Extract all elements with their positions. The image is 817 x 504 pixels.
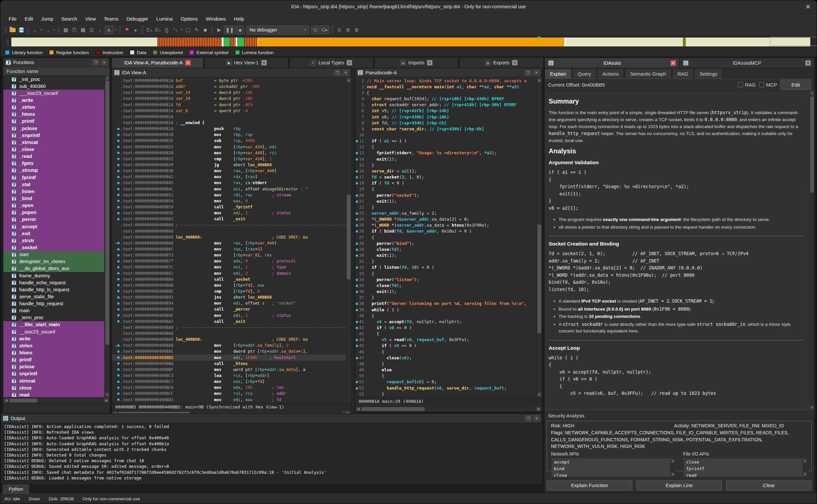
disasm-line[interactable]: .text:0000000000400B3B mov rax, [rbp+var…: [112, 168, 346, 174]
pseudocode-header[interactable]: Pseudocode-A ❐ ✕: [355, 68, 542, 77]
enums-icon[interactable]: ▩: [79, 26, 87, 34]
scroll-up-icon[interactable]: ▲: [537, 78, 542, 83]
pseudocode-line[interactable]: 7 int v6; // [rsp+430h] [rbp-10h]: [355, 114, 537, 120]
pseudocode-line[interactable]: 22 }: [355, 204, 537, 210]
disasm-line[interactable]: .text:0000000000400B7C mov esi, 1 ; type: [112, 264, 346, 270]
function-row[interactable]: f_snprintf: [3, 132, 104, 139]
function-row[interactable]: f_htons: [3, 111, 104, 118]
disasm-line[interactable]: .text:0000000000400BC3 lea rcx, [rbp+add…: [112, 373, 346, 379]
disasm-line[interactable]: .text:0000000000400B68 loc_400B68: ; COD…: [112, 234, 346, 240]
function-row[interactable]: f_read: [3, 153, 104, 160]
function-row[interactable]: f_fprintf: [3, 174, 104, 181]
disasm-line[interactable]: .text:0000000000400BBA call _htons: [112, 361, 346, 367]
toolbar-button[interactable]: ▾: [52, 26, 56, 34]
disasm-line[interactable]: .text:0000000000400BCF mov rsi, rcx ; ad…: [112, 391, 346, 396]
toolbar-button[interactable]: ▾: [180, 26, 183, 34]
file-apis-list[interactable]: closefprintfread▲▼: [683, 458, 807, 477]
api-list-item[interactable]: accept: [554, 459, 672, 466]
function-row[interactable]: fhtons: [3, 349, 104, 356]
function-row[interactable]: fhandle_echo_request: [3, 279, 104, 286]
navband-grip[interactable]: [6, 38, 9, 46]
pseudocode-line[interactable]: 16 serve_dir = a2[1];: [355, 168, 537, 174]
scroll-thumb[interactable]: [810, 97, 814, 192]
tab-close-icon[interactable]: ✕: [671, 60, 676, 66]
view-splitter[interactable]: [351, 68, 355, 417]
pseudo-hscrollbar[interactable]: ◀ ▶: [355, 406, 542, 412]
debugger-select[interactable]: No debugger▾: [247, 26, 309, 35]
pseudocode-line[interactable]: 42 if ( v6 >= 0 ): [355, 324, 537, 330]
disasm-line[interactable]: .text:0000000000400B6F mov rax, [rax+8]: [112, 246, 346, 252]
listbox-scrollbar[interactable]: ▲▼: [803, 458, 807, 477]
scroll-thumb[interactable]: [347, 195, 351, 279]
ida-view-header[interactable]: IDA View-A ❐ ✕: [112, 68, 351, 77]
pseudocode-line[interactable]: 19 {: [355, 186, 537, 192]
pseudocode-line[interactable]: 34 perror("listen");: [355, 276, 537, 282]
disasm-line[interactable]: .text:0000000000400B63 call _exit: [112, 216, 346, 222]
pseudocode-line[interactable]: 51 request_buf[v5] = 0;: [355, 379, 537, 385]
pseudocode-line[interactable]: 12 {: [355, 144, 537, 150]
function-row[interactable]: f__libc_start_main: [3, 321, 104, 328]
pseudocode-line[interactable]: 27 {: [355, 234, 537, 240]
pseudocode-line[interactable]: 40 {: [355, 313, 537, 319]
function-row[interactable]: fderegister_tm_clones: [3, 258, 104, 265]
pseudocode-line[interactable]: 38 printf("Server listening on port %d, …: [355, 301, 537, 307]
disasm-line[interactable]: .text:0000000000400B99 call _perror: [112, 306, 346, 312]
pseudocode-line[interactable]: 24 *(_DWORD *)&server_addr.sa_data[2] = …: [355, 216, 537, 222]
create-data-icon[interactable]: D₊: [154, 26, 162, 34]
disasm-line[interactable]: .text:0000000000400B94 mov edi, offset s…: [112, 300, 346, 306]
pseudocode-line[interactable]: 23 server_addr.sa_family = 2;: [355, 210, 537, 216]
menu-search[interactable]: Search: [58, 15, 81, 23]
disasm-line[interactable]: .text:0000000000400B81 mov edi, 2 ; doma…: [112, 270, 346, 276]
scroll-left-icon[interactable]: ◀: [4, 398, 9, 403]
disasm-line[interactable]: .text:0000000000400B1E sub rsp, 440h: [112, 138, 346, 144]
pseudocode-line[interactable]: 53 }: [355, 391, 537, 397]
run-icon[interactable]: C▸: [320, 26, 329, 34]
pseudocode-line[interactable]: 2void __fastcall __noreturn main(int a1,…: [355, 84, 537, 90]
explain-vscrollbar[interactable]: ▲ ▼: [809, 91, 814, 410]
pseudocode-line[interactable]: 33 {: [355, 270, 537, 276]
structures-icon[interactable]: ▦: [62, 26, 70, 34]
function-row[interactable]: fwrite: [3, 335, 104, 342]
pseudocode-line[interactable]: 50 {: [355, 373, 537, 379]
explain-line-button[interactable]: Explain Line: [636, 480, 722, 490]
forward-icon[interactable]: →: [44, 26, 52, 34]
pseudocode-line[interactable]: 39 while ( 1 ): [355, 307, 537, 313]
menu-lumina[interactable]: Lumina: [153, 15, 176, 23]
disasm-line[interactable]: .text:0000000000400B39 jg short loc_400B…: [112, 162, 346, 168]
scroll-up-icon[interactable]: ▲: [810, 91, 814, 96]
menu-file[interactable]: File: [5, 15, 20, 23]
menu-debugger[interactable]: Debugger: [123, 15, 152, 23]
pseudocode-line[interactable]: 48 }: [355, 361, 537, 367]
disasm-line[interactable]: .text:0000000000400B1A push rbp: [112, 126, 346, 132]
restore-icon[interactable]: ❐: [334, 70, 340, 76]
tab-close-icon[interactable]: ✕: [805, 60, 811, 66]
disasm-line[interactable]: →.text:0000000000400B68 mov rax, [rbp+va…: [112, 240, 346, 246]
pseudocode-line[interactable]: 18 if ( fd < 0 ): [355, 180, 537, 186]
pseudocode-listing[interactable]: 1// Main server loop: binds TCP socket t…: [355, 78, 537, 397]
scroll-right-icon[interactable]: ▶: [536, 407, 541, 411]
disasm-line[interactable]: .text:0000000000400B25 mov [rbp+var_434]…: [112, 144, 346, 150]
close-icon[interactable]: ✕: [533, 70, 539, 76]
pseudocode-line[interactable]: 11 if ( a1 <= 1 ): [355, 138, 537, 144]
function-row[interactable]: f_printf: [3, 118, 104, 125]
menu-edit[interactable]: Edit: [21, 15, 37, 23]
functions-vscrollbar[interactable]: ▲ ▼: [105, 76, 110, 397]
pseudocode-line[interactable]: 29 close(fd);: [355, 246, 537, 252]
disasm-line[interactable]: .text:0000000000400B1A ; __unwind {: [112, 120, 346, 126]
disasm-line[interactable]: .text:0000000000400BA8: [112, 330, 346, 336]
function-row[interactable]: f_init_proc: [3, 76, 104, 83]
tab-local-types[interactable]: 0Local Types✕: [289, 57, 373, 68]
disasm-line[interactable]: .text:0000000000400B1A fd = dword ptr -0…: [112, 102, 346, 108]
pseudocode-line[interactable]: 9 const char *serve_dir; // [rsp+438h] […: [355, 126, 537, 132]
pseudocode-line[interactable]: 41 v6 = accept(fd, nullptr, nullptr);: [355, 319, 537, 324]
window-close-icon[interactable]: ✕: [804, 3, 812, 11]
pseudocode-line[interactable]: 35 close(fd);: [355, 282, 537, 288]
disasm-line[interactable]: .text:0000000000400B4C mov esi, offset a…: [112, 186, 346, 192]
api-list-item[interactable]: fprintf: [686, 466, 804, 472]
scroll-down-icon[interactable]: ▼: [810, 405, 814, 410]
function-row[interactable]: f_bind: [3, 195, 104, 202]
scroll-down-icon[interactable]: ▼: [105, 392, 110, 397]
disasm-line[interactable]: .text:0000000000400B8B mov [rbp+fd], eax: [112, 282, 346, 288]
function-row[interactable]: f_term_proc: [3, 314, 104, 321]
disasm-line[interactable]: .text:0000000000400BAE mov dword ptr [rb…: [112, 348, 346, 354]
